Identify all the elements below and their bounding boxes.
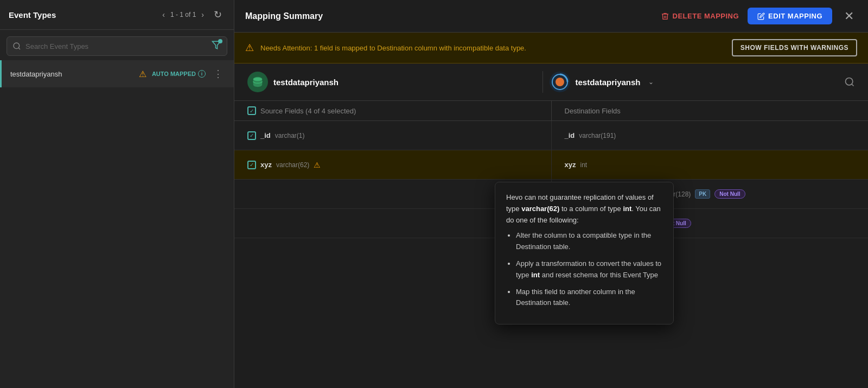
warning-icon: ⚠ [139,69,146,79]
mapping-search-icon[interactable] [844,77,855,87]
edit-mapping-button[interactable]: EDIT MAPPING [748,8,832,24]
table-row: ✓ xyz varchar(62) ⚠ xyz int [234,150,868,180]
mapping-sources-row: testdatapriyansh testdatapriyansh ⌄ [234,63,868,101]
search-input[interactable] [25,42,207,50]
dest-field-cell: _id varchar(191) [552,121,869,150]
left-panel-header: Event Types ‹ 1 - 1 of 1 › ↻ [0,0,234,30]
show-warnings-button[interactable]: SHOW FIELDS WITH WARNINGS [732,39,857,56]
warning-banner: ⚠ Needs Attention: 1 field is mapped to … [234,33,868,63]
pagination-text: 1 - 1 of 1 [170,11,196,18]
event-list-item[interactable]: testdatapriyansh ⚠ AUTO MAPPED i ⋮ [0,60,234,87]
pk-badge: PK [695,189,710,199]
menu-dots-button[interactable]: ⋮ [211,67,225,81]
tooltip-list: Alter the column to a compatible type in… [506,230,662,309]
search-icon [12,42,21,50]
svg-line-1 [18,48,20,49]
dest-logo [550,72,570,92]
source-field-cell: ✓ xyz varchar(62) ⚠ [234,150,552,179]
svg-point-3 [253,78,263,81]
field-checkbox[interactable]: ✓ [247,131,256,140]
source-check-icon: ✓ [247,106,256,115]
svg-point-0 [14,43,20,49]
tooltip-text: Hevo can not guarantee replication of va… [506,192,662,226]
banner-warning-icon: ⚠ [245,42,254,54]
field-checkbox[interactable]: ✓ [247,161,256,169]
source-logo [247,72,268,92]
field-type: varchar(1) [275,132,305,139]
dest-info: testdatapriyansh ⌄ [550,72,845,92]
search-bar [7,36,227,56]
next-page-button[interactable]: › [199,9,206,20]
table-row: ✓ _id varchar(1) _id varchar(191) [234,121,868,150]
prev-page-button[interactable]: ‹ [160,9,167,20]
dest-field-type: varchar(191) [579,132,616,139]
field-name: _id [260,131,271,139]
mapping-summary-title: Mapping Summary [245,11,652,21]
dest-field-name: xyz [565,161,576,169]
auto-mapped-badge: AUTO MAPPED i [152,70,206,78]
refresh-button[interactable]: ↻ [210,8,225,22]
dest-fields-header: Destination Fields [552,101,869,120]
vertical-divider [542,71,543,93]
tooltip-item-3: Map this field to another column in the … [516,287,662,309]
right-header: Mapping Summary DELETE MAPPING EDIT MAPP… [234,0,868,33]
dest-field-cell: xyz int [552,150,869,179]
right-panel: Mapping Summary DELETE MAPPING EDIT MAPP… [234,0,868,388]
filter-button[interactable] [212,40,221,52]
dest-name: testdatapriyansh [576,78,641,87]
svg-point-6 [556,78,564,86]
warning-banner-text: Needs Attention: 1 field is mapped to De… [260,44,725,52]
source-info: testdatapriyansh [247,72,542,92]
delete-mapping-button[interactable]: DELETE MAPPING [661,12,739,21]
left-panel: Event Types ‹ 1 - 1 of 1 › ↻ testdatapri… [0,0,234,388]
field-name: xyz [260,161,272,169]
tooltip-box: Hevo can not guarantee replication of va… [495,182,674,325]
dest-chevron-icon[interactable]: ⌄ [648,78,654,86]
source-name: testdatapriyansh [273,78,339,87]
dest-field-name: _id [565,131,575,139]
source-db-icon [252,76,264,88]
event-name: testdatapriyansh [10,70,133,78]
close-button[interactable]: ✕ [841,9,857,23]
field-type: varchar(62) [276,161,309,169]
filter-dot [218,39,222,43]
dest-db-icon [550,72,570,92]
tooltip-item-2: Apply a transformation to convert the va… [516,258,662,281]
dest-field-type: int [580,161,587,169]
field-warning-icon: ⚠ [314,161,321,169]
tooltip-item-1: Alter the column to a compatible type in… [516,230,662,253]
not-null-badge: Not Null [714,189,745,199]
svg-line-8 [852,84,854,86]
info-icon: i [198,70,206,78]
edit-icon [757,12,765,20]
field-headers: ✓ Source Fields (4 of 4 selected) Destin… [234,101,868,121]
trash-icon [661,12,669,21]
mapping-content: testdatapriyansh testdatapriyansh ⌄ [234,63,868,388]
event-types-title: Event Types [9,10,156,20]
source-field-cell: ✓ _id varchar(1) [234,121,552,150]
source-fields-header: ✓ Source Fields (4 of 4 selected) [234,101,552,120]
svg-point-7 [846,78,853,85]
pagination: ‹ 1 - 1 of 1 › [160,9,206,20]
